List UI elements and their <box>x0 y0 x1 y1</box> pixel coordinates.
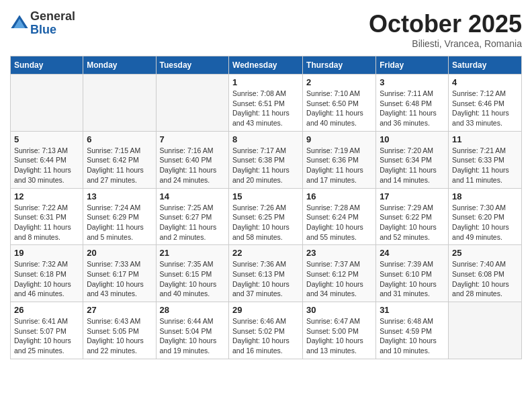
day-info: Sunrise: 7:22 AM Sunset: 6:31 PM Dayligh… <box>14 203 79 242</box>
day-info: Sunrise: 6:47 AM Sunset: 5:00 PM Dayligh… <box>306 316 372 356</box>
day-number: 14 <box>160 191 226 201</box>
calendar-cell: 1Sunrise: 7:08 AM Sunset: 6:51 PM Daylig… <box>229 75 303 132</box>
day-info: Sunrise: 7:36 AM Sunset: 6:13 PM Dayligh… <box>232 259 299 299</box>
day-info: Sunrise: 7:26 AM Sunset: 6:25 PM Dayligh… <box>232 203 299 242</box>
calendar-week-row: 26Sunrise: 6:41 AM Sunset: 5:07 PM Dayli… <box>11 302 522 359</box>
calendar-cell: 11Sunrise: 7:21 AM Sunset: 6:33 PM Dayli… <box>449 131 522 188</box>
day-number: 30 <box>306 305 372 315</box>
day-info: Sunrise: 7:29 AM Sunset: 6:22 PM Dayligh… <box>380 203 445 242</box>
weekday-header-row: SundayMondayTuesdayWednesdayThursdayFrid… <box>11 56 522 75</box>
day-info: Sunrise: 7:35 AM Sunset: 6:15 PM Dayligh… <box>160 259 226 299</box>
day-info: Sunrise: 7:10 AM Sunset: 6:50 PM Dayligh… <box>306 89 372 128</box>
day-number: 13 <box>87 191 152 201</box>
day-number: 31 <box>380 305 445 315</box>
day-number: 6 <box>87 134 152 144</box>
calendar-cell: 8Sunrise: 7:17 AM Sunset: 6:38 PM Daylig… <box>229 131 303 188</box>
logo-general-text: General <box>30 10 75 24</box>
day-number: 29 <box>232 305 299 315</box>
day-number: 15 <box>232 191 299 201</box>
day-info: Sunrise: 7:12 AM Sunset: 6:46 PM Dayligh… <box>452 89 518 128</box>
calendar-cell: 24Sunrise: 7:39 AM Sunset: 6:10 PM Dayli… <box>376 245 449 302</box>
day-info: Sunrise: 6:43 AM Sunset: 5:05 PM Dayligh… <box>87 316 152 356</box>
day-number: 24 <box>380 248 445 258</box>
weekday-header-saturday: Saturday <box>449 56 522 75</box>
day-info: Sunrise: 7:24 AM Sunset: 6:29 PM Dayligh… <box>87 203 152 242</box>
calendar-cell: 17Sunrise: 7:29 AM Sunset: 6:22 PM Dayli… <box>376 188 449 245</box>
day-number: 23 <box>306 248 372 258</box>
day-info: Sunrise: 6:44 AM Sunset: 5:04 PM Dayligh… <box>160 316 226 356</box>
calendar-cell: 7Sunrise: 7:16 AM Sunset: 6:40 PM Daylig… <box>156 131 229 188</box>
weekday-header-tuesday: Tuesday <box>156 56 229 75</box>
calendar-week-row: 19Sunrise: 7:32 AM Sunset: 6:18 PM Dayli… <box>11 245 522 302</box>
logo-blue-text: Blue <box>30 24 75 37</box>
day-info: Sunrise: 6:46 AM Sunset: 5:02 PM Dayligh… <box>232 316 299 356</box>
day-info: Sunrise: 6:48 AM Sunset: 4:59 PM Dayligh… <box>380 316 445 356</box>
calendar-cell <box>449 302 522 359</box>
calendar-cell: 22Sunrise: 7:36 AM Sunset: 6:13 PM Dayli… <box>229 245 303 302</box>
day-number: 17 <box>380 191 445 201</box>
calendar-cell: 16Sunrise: 7:28 AM Sunset: 6:24 PM Dayli… <box>303 188 376 245</box>
calendar-cell <box>83 75 156 132</box>
weekday-header-wednesday: Wednesday <box>229 56 303 75</box>
calendar-cell: 10Sunrise: 7:20 AM Sunset: 6:34 PM Dayli… <box>376 131 449 188</box>
calendar-cell: 12Sunrise: 7:22 AM Sunset: 6:31 PM Dayli… <box>11 188 83 245</box>
calendar-cell: 31Sunrise: 6:48 AM Sunset: 4:59 PM Dayli… <box>376 302 449 359</box>
calendar-cell: 18Sunrise: 7:30 AM Sunset: 6:20 PM Dayli… <box>449 188 522 245</box>
weekday-header-monday: Monday <box>83 56 156 75</box>
calendar-cell: 25Sunrise: 7:40 AM Sunset: 6:08 PM Dayli… <box>449 245 522 302</box>
calendar-cell: 27Sunrise: 6:43 AM Sunset: 5:05 PM Dayli… <box>83 302 156 359</box>
day-number: 28 <box>160 305 226 315</box>
day-number: 2 <box>306 77 372 87</box>
weekday-header-friday: Friday <box>376 56 449 75</box>
calendar-cell: 3Sunrise: 7:11 AM Sunset: 6:48 PM Daylig… <box>376 75 449 132</box>
day-info: Sunrise: 7:39 AM Sunset: 6:10 PM Dayligh… <box>380 259 445 299</box>
day-number: 7 <box>160 134 226 144</box>
calendar-cell: 29Sunrise: 6:46 AM Sunset: 5:02 PM Dayli… <box>229 302 303 359</box>
day-number: 3 <box>380 77 445 87</box>
day-info: Sunrise: 7:37 AM Sunset: 6:12 PM Dayligh… <box>306 259 372 299</box>
calendar-cell: 9Sunrise: 7:19 AM Sunset: 6:36 PM Daylig… <box>303 131 376 188</box>
day-number: 9 <box>306 134 372 144</box>
calendar-cell: 5Sunrise: 7:13 AM Sunset: 6:44 PM Daylig… <box>11 131 83 188</box>
day-info: Sunrise: 7:21 AM Sunset: 6:33 PM Dayligh… <box>452 146 518 185</box>
day-number: 1 <box>232 77 299 87</box>
weekday-header-thursday: Thursday <box>303 56 376 75</box>
day-number: 19 <box>14 248 79 258</box>
calendar-cell: 6Sunrise: 7:15 AM Sunset: 6:42 PM Daylig… <box>83 131 156 188</box>
day-info: Sunrise: 7:25 AM Sunset: 6:27 PM Dayligh… <box>160 203 226 242</box>
calendar-cell: 2Sunrise: 7:10 AM Sunset: 6:50 PM Daylig… <box>303 75 376 132</box>
calendar-cell <box>11 75 83 132</box>
day-info: Sunrise: 7:20 AM Sunset: 6:34 PM Dayligh… <box>380 146 445 185</box>
calendar-cell: 23Sunrise: 7:37 AM Sunset: 6:12 PM Dayli… <box>303 245 376 302</box>
day-info: Sunrise: 7:16 AM Sunset: 6:40 PM Dayligh… <box>160 146 226 185</box>
calendar-cell: 15Sunrise: 7:26 AM Sunset: 6:25 PM Dayli… <box>229 188 303 245</box>
calendar-cell <box>156 75 229 132</box>
day-number: 27 <box>87 305 152 315</box>
calendar-week-row: 5Sunrise: 7:13 AM Sunset: 6:44 PM Daylig… <box>11 131 522 188</box>
weekday-header-sunday: Sunday <box>11 56 83 75</box>
calendar-cell: 4Sunrise: 7:12 AM Sunset: 6:46 PM Daylig… <box>449 75 522 132</box>
calendar-week-row: 12Sunrise: 7:22 AM Sunset: 6:31 PM Dayli… <box>11 188 522 245</box>
day-info: Sunrise: 7:40 AM Sunset: 6:08 PM Dayligh… <box>452 259 518 299</box>
day-number: 20 <box>87 248 152 258</box>
day-info: Sunrise: 7:15 AM Sunset: 6:42 PM Dayligh… <box>87 146 152 185</box>
calendar-cell: 13Sunrise: 7:24 AM Sunset: 6:29 PM Dayli… <box>83 188 156 245</box>
day-number: 25 <box>452 248 518 258</box>
day-info: Sunrise: 7:33 AM Sunset: 6:17 PM Dayligh… <box>87 259 152 299</box>
day-info: Sunrise: 6:41 AM Sunset: 5:07 PM Dayligh… <box>14 316 79 356</box>
title-block: October 2025 Biliesti, Vrancea, Romania <box>369 10 522 49</box>
logo: General Blue <box>10 10 75 37</box>
day-info: Sunrise: 7:11 AM Sunset: 6:48 PM Dayligh… <box>380 89 445 128</box>
day-number: 4 <box>452 77 518 87</box>
day-info: Sunrise: 7:17 AM Sunset: 6:38 PM Dayligh… <box>232 146 299 185</box>
day-info: Sunrise: 7:19 AM Sunset: 6:36 PM Dayligh… <box>306 146 372 185</box>
logo-icon <box>10 14 29 33</box>
day-number: 8 <box>232 134 299 144</box>
day-number: 21 <box>160 248 226 258</box>
calendar-cell: 30Sunrise: 6:47 AM Sunset: 5:00 PM Dayli… <box>303 302 376 359</box>
calendar-table: SundayMondayTuesdayWednesdayThursdayFrid… <box>10 56 522 359</box>
day-number: 12 <box>14 191 79 201</box>
calendar-cell: 28Sunrise: 6:44 AM Sunset: 5:04 PM Dayli… <box>156 302 229 359</box>
day-number: 22 <box>232 248 299 258</box>
calendar-cell: 26Sunrise: 6:41 AM Sunset: 5:07 PM Dayli… <box>11 302 83 359</box>
